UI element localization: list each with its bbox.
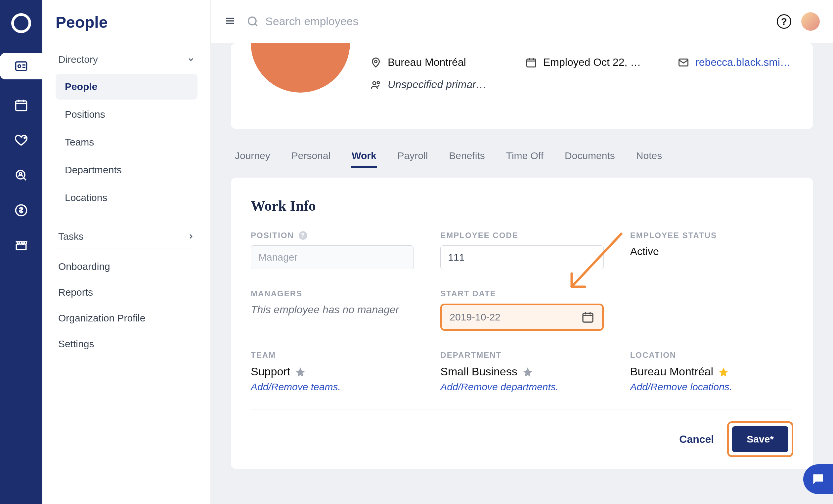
directory-subitems: People Positions Teams Departments Locat… [55, 74, 197, 218]
nav-money-icon[interactable] [12, 201, 30, 220]
start-date-highlight: 2019-10-22 [440, 304, 603, 331]
department-favorite-star[interactable] [523, 367, 532, 377]
nav-group-tasks[interactable]: Tasks [55, 225, 197, 248]
sidebar: People Directory People Positions Teams … [42, 0, 211, 504]
nav-subitem-positions[interactable]: Positions [55, 101, 197, 127]
nav-item-organization-profile[interactable]: Organization Profile [55, 305, 197, 331]
profile-primary-text: Unspecified primar… [388, 78, 486, 91]
field-location: Location Bureau Montréal Add/Remove loca… [630, 351, 793, 392]
sidebar-title: People [55, 13, 197, 31]
profile-location: Bureau Montréal [370, 56, 512, 69]
search-icon [246, 15, 259, 28]
field-managers: Managers This employee has no manager [251, 289, 414, 331]
profile-primary: Unspecified primar… [370, 78, 512, 91]
nav-store-icon[interactable] [12, 236, 30, 255]
department-value: Small Business [440, 365, 517, 378]
hamburger-button[interactable] [224, 15, 236, 28]
chat-widget[interactable] [803, 464, 833, 494]
nav-group-label: Tasks [58, 231, 84, 242]
department-label: Department [440, 351, 501, 360]
tab-work[interactable]: Work [351, 145, 377, 168]
topbar: ? [211, 0, 833, 43]
start-date-label: Start Date [440, 289, 496, 298]
employee-status-label: Employee Status [630, 231, 717, 240]
search-wrap [246, 15, 767, 28]
work-info-title: Work Info [251, 197, 793, 214]
profile-employed: Employed Oct 22, … [525, 56, 664, 69]
tab-benefits[interactable]: Benefits [448, 145, 485, 168]
profile-header-card: Bureau Montréal Employed Oct 22, … rebec… [231, 43, 813, 129]
nav-item-settings[interactable]: Settings [55, 331, 197, 357]
field-employee-status: Employee Status Active [630, 231, 793, 269]
svg-rect-2 [16, 101, 27, 111]
mail-icon [677, 56, 689, 69]
help-button[interactable]: ? [777, 14, 791, 29]
nav-subitem-people[interactable]: People [55, 74, 197, 99]
location-label: Location [630, 351, 676, 360]
field-start-date: Start Date 2019-10-22 [440, 289, 603, 331]
user-avatar[interactable] [801, 12, 820, 31]
profile-employed-text: Employed Oct 22, … [543, 56, 641, 69]
nav-item-onboarding[interactable]: Onboarding [55, 254, 197, 280]
field-position: Position ? [251, 231, 414, 269]
nav-group-directory[interactable]: Directory [55, 48, 197, 71]
field-department: Department Small Business Add/Remove dep… [440, 351, 603, 392]
svg-point-7 [375, 60, 377, 63]
tab-notes[interactable]: Notes [636, 145, 663, 168]
profile-location-text: Bureau Montréal [388, 56, 466, 69]
nav-heart-icon[interactable] [12, 131, 30, 149]
svg-point-6 [248, 17, 256, 24]
nav-calendar-icon[interactable] [12, 96, 30, 115]
team-label: Team [251, 351, 276, 360]
position-label: Position [251, 231, 294, 240]
search-input[interactable] [265, 15, 767, 28]
svg-rect-12 [583, 313, 593, 322]
employee-code-input[interactable] [440, 245, 603, 269]
tab-time-off[interactable]: Time Off [505, 145, 544, 168]
svg-point-11 [377, 81, 379, 84]
nav-people-icon[interactable] [0, 53, 42, 79]
location-edit-link[interactable]: Add/Remove locations. [630, 381, 793, 392]
svg-point-10 [373, 82, 376, 85]
team-value: Support [251, 365, 290, 378]
tab-documents[interactable]: Documents [564, 145, 616, 168]
position-input[interactable] [251, 245, 414, 269]
start-date-input[interactable]: 2019-10-22 [444, 307, 581, 328]
svg-point-1 [18, 65, 21, 68]
tab-journey[interactable]: Journey [234, 145, 271, 168]
location-icon [370, 56, 382, 69]
profile-email[interactable]: rebecca.black.smith1… [677, 56, 793, 69]
department-edit-link[interactable]: Add/Remove departments. [440, 381, 603, 392]
position-help-icon[interactable]: ? [299, 231, 307, 240]
managers-label: Managers [251, 289, 302, 298]
tab-personal[interactable]: Personal [291, 145, 331, 168]
cancel-button[interactable]: Cancel [679, 433, 714, 446]
footer-actions: Cancel Save* [251, 409, 793, 469]
field-employee-code: Employee Code [440, 231, 603, 269]
chevron-down-icon [187, 55, 195, 64]
nav-subitem-departments[interactable]: Departments [55, 157, 197, 183]
nav-subitem-locations[interactable]: Locations [55, 185, 197, 211]
chevron-right-icon [187, 233, 195, 240]
calendar-picker-icon[interactable] [581, 311, 594, 324]
location-favorite-star[interactable] [718, 367, 729, 377]
field-team: Team Support Add/Remove teams. [251, 351, 414, 392]
nav-group-label: Directory [58, 54, 98, 65]
profile-email-text: rebecca.black.smith1… [695, 56, 793, 69]
work-info-card: Work Info Position ? [231, 177, 813, 469]
team-favorite-star[interactable] [295, 367, 305, 377]
people-icon [370, 79, 382, 91]
svg-rect-8 [527, 59, 536, 67]
employee-avatar [251, 43, 350, 93]
tab-payroll[interactable]: Payroll [397, 145, 429, 168]
nav-search-person-icon[interactable] [12, 166, 30, 185]
icon-rail [0, 0, 42, 504]
managers-value: This employee has no manager [251, 304, 414, 316]
calendar-icon [525, 56, 537, 69]
save-button[interactable]: Save* [732, 426, 788, 452]
logo-icon[interactable] [11, 13, 31, 33]
employee-code-label: Employee Code [440, 231, 518, 240]
nav-item-reports[interactable]: Reports [55, 280, 197, 305]
team-edit-link[interactable]: Add/Remove teams. [251, 381, 414, 392]
nav-subitem-teams[interactable]: Teams [55, 129, 197, 155]
